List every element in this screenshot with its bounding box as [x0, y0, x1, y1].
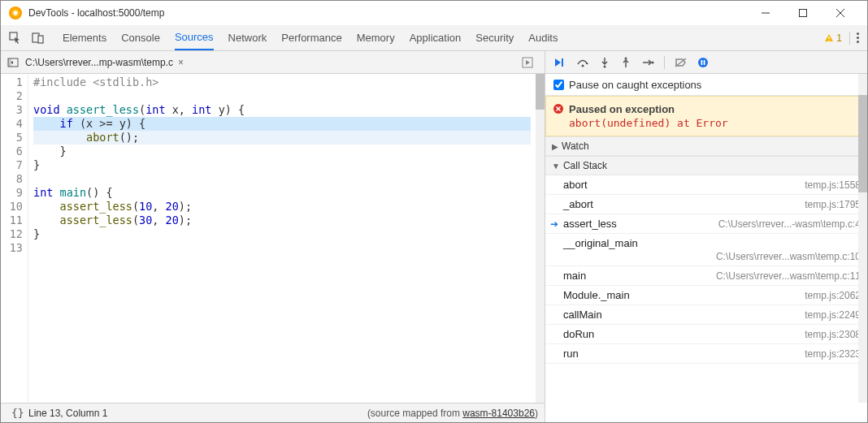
code-editor[interactable]: 12345678910111213 #include <stdlib.h> vo…	[1, 74, 545, 403]
tab-application[interactable]: Application	[410, 25, 462, 50]
tab-network[interactable]: Network	[228, 25, 267, 50]
main-toolbar: ElementsConsoleSourcesNetworkPerformance…	[1, 25, 867, 51]
call-stack: aborttemp.js:1558_aborttemp.js:1795➔asse…	[545, 175, 867, 364]
pause-on-exceptions-icon[interactable]	[697, 57, 709, 68]
stack-frame[interactable]: ➔assert_lessC:\Users\rrever...-wasm\temp…	[545, 214, 867, 234]
svg-rect-24	[704, 60, 705, 65]
svg-rect-7	[829, 37, 830, 39]
run-snippet-icon[interactable]	[522, 57, 533, 68]
step-over-icon[interactable]	[576, 57, 589, 68]
stack-frame[interactable]: runtemp.js:2323	[545, 344, 867, 364]
svg-rect-13	[562, 58, 563, 67]
deactivate-breakpoints-icon[interactable]	[675, 57, 688, 68]
svg-rect-6	[38, 36, 43, 43]
frame-location: temp.js:2308	[805, 329, 861, 340]
sidebar-scrollbar[interactable]	[858, 74, 867, 403]
svg-point-18	[625, 57, 627, 59]
source-map-info: (source mapped from wasm-81403b26)	[367, 408, 538, 419]
frame-function: run	[563, 347, 579, 360]
kebab-menu-icon[interactable]	[857, 32, 859, 43]
frame-location: C:\Users\rrever...wasm\temp.c:10	[563, 251, 861, 262]
frame-function: _abort	[563, 198, 593, 210]
paused-on-exception-banner: Paused on exception abort(undefined) at …	[545, 96, 867, 136]
svg-rect-8	[829, 40, 830, 41]
frame-function: main	[563, 270, 586, 282]
stack-frame[interactable]: callMaintemp.js:2249	[545, 305, 867, 325]
frame-function: Module._main	[563, 289, 630, 301]
file-tab-path: C:\Users\rrever...mp-wasm\temp.c	[25, 57, 173, 68]
pause-on-caught-label: Pause on caught exceptions	[569, 79, 701, 91]
stack-frame[interactable]: mainC:\Users\rrever...wasm\temp.c:11	[545, 266, 867, 286]
device-toolbar-icon[interactable]	[28, 28, 48, 48]
step-icon[interactable]	[641, 57, 654, 68]
devtools-logo-icon	[9, 6, 22, 19]
callstack-section-header[interactable]: ▼ Call Stack	[545, 156, 867, 175]
frame-function: callMain	[563, 309, 602, 321]
svg-rect-1	[800, 10, 807, 17]
svg-point-22	[698, 58, 708, 67]
debugger-toolbar	[545, 51, 867, 74]
source-map-link[interactable]: wasm-81403b26	[462, 408, 535, 419]
frame-function: abort	[563, 179, 588, 191]
frame-location: temp.js:2249	[805, 309, 861, 321]
warning-count: 1	[836, 32, 842, 44]
stack-frame[interactable]: Module._maintemp.js:2062	[545, 286, 867, 305]
navigator-toggle-icon[interactable]	[7, 57, 19, 68]
resume-icon[interactable]	[553, 57, 566, 68]
frame-location: temp.js:1795	[805, 199, 861, 210]
file-tab-close-icon[interactable]: ×	[178, 57, 184, 68]
tab-audits[interactable]: Audits	[528, 25, 558, 50]
inspect-element-icon[interactable]	[6, 28, 25, 48]
watch-title: Watch	[562, 140, 589, 152]
chevron-down-icon: ▼	[552, 162, 560, 170]
pause-on-caught-row[interactable]: Pause on caught exceptions	[545, 74, 867, 96]
frame-location: temp.js:1558	[805, 179, 861, 191]
titlebar: DevTools - localhost:5000/temp	[1, 1, 867, 25]
frame-location: temp.js:2323	[805, 348, 861, 360]
warning-icon	[824, 33, 834, 43]
pause-detail: abort(undefined) at Error	[569, 117, 858, 129]
tab-memory[interactable]: Memory	[357, 25, 395, 50]
pause-on-caught-checkbox[interactable]	[553, 80, 564, 90]
cursor-position: Line 13, Column 1	[28, 408, 367, 419]
svg-point-14	[582, 64, 584, 67]
line-gutter: 12345678910111213	[1, 74, 28, 403]
svg-rect-23	[701, 60, 703, 65]
error-icon	[553, 103, 564, 114]
warnings-chip[interactable]: 1	[824, 32, 850, 45]
svg-text:{}: {}	[11, 408, 24, 419]
step-out-icon[interactable]	[620, 57, 631, 68]
pretty-print-icon[interactable]: {}	[7, 408, 28, 419]
callstack-title: Call Stack	[563, 160, 607, 171]
sources-subbar: C:\Users\rrever...mp-wasm\temp.c ×	[1, 51, 545, 74]
status-bar: {} Line 13, Column 1 (source mapped from…	[1, 403, 545, 422]
minimize-button[interactable]	[747, 1, 784, 25]
stack-frame[interactable]: aborttemp.js:1558	[545, 175, 867, 195]
pause-title: Paused on exception	[569, 103, 858, 115]
frame-location: temp.js:2062	[805, 290, 861, 301]
tab-elements[interactable]: Elements	[63, 25, 106, 50]
editor-scrollbar[interactable]	[536, 74, 545, 403]
tab-sources[interactable]: Sources	[175, 25, 214, 50]
svg-point-20	[652, 61, 654, 63]
stack-frame[interactable]: _aborttemp.js:1795	[545, 195, 867, 214]
watch-section-header[interactable]: ▶ Watch	[545, 136, 867, 156]
step-into-icon[interactable]	[599, 57, 610, 68]
file-tab[interactable]: C:\Users\rrever...mp-wasm\temp.c ×	[19, 54, 190, 71]
tab-security[interactable]: Security	[475, 25, 514, 50]
maximize-button[interactable]	[784, 1, 822, 25]
tab-console[interactable]: Console	[121, 25, 160, 50]
close-button[interactable]	[822, 1, 859, 25]
stack-frame[interactable]: doRuntemp.js:2308	[545, 325, 867, 344]
frame-function: assert_less	[563, 218, 617, 230]
chevron-right-icon: ▶	[552, 142, 558, 151]
window-title: DevTools - localhost:5000/temp	[28, 7, 747, 19]
stack-frame[interactable]: __original_mainC:\Users\rrever...wasm\te…	[545, 234, 867, 266]
tab-performance[interactable]: Performance	[281, 25, 341, 50]
frame-location: C:\Users\rrever...wasm\temp.c:11	[716, 270, 861, 282]
frame-function: __original_main	[563, 237, 861, 249]
frame-function: doRun	[563, 328, 594, 340]
frame-location: C:\Users\rrever...-wasm\temp.c:4	[718, 218, 861, 230]
current-frame-icon: ➔	[550, 218, 558, 230]
svg-point-16	[604, 65, 606, 67]
